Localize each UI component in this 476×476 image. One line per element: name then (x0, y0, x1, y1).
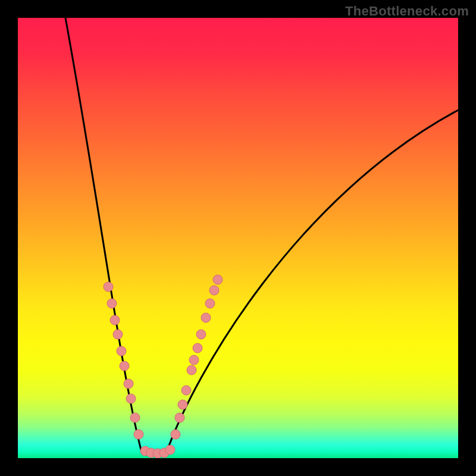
curve-marker (205, 299, 215, 308)
curve-marker (134, 430, 143, 439)
curve-marker (209, 286, 219, 295)
curve-marker (181, 386, 191, 395)
watermark-text: TheBottleneck.com (345, 4, 469, 19)
curve-marker (107, 299, 117, 308)
curve-marker (126, 394, 136, 403)
curve-marker (189, 355, 199, 365)
curve-marker (171, 430, 180, 439)
bottleneck-curve (65, 18, 458, 452)
curve-marker (193, 343, 202, 353)
curve-marker (201, 313, 211, 322)
curve-marker (196, 330, 206, 339)
curve-marker (178, 400, 187, 409)
curve-marker (120, 361, 129, 371)
curve-marker (130, 413, 140, 422)
chart-frame: TheBottleneck.com (0, 0, 476, 476)
curve-marker (124, 379, 133, 389)
curve-markers-group (104, 275, 223, 458)
curve-marker (113, 330, 123, 339)
curve-marker (117, 346, 126, 356)
curve-marker (187, 365, 196, 375)
curve-marker (213, 275, 223, 284)
curve-marker (110, 315, 120, 325)
plot-area (18, 18, 458, 458)
curve-marker (165, 445, 175, 455)
curve-svg (18, 18, 458, 458)
curve-marker (104, 282, 113, 292)
curve-marker (175, 413, 184, 422)
